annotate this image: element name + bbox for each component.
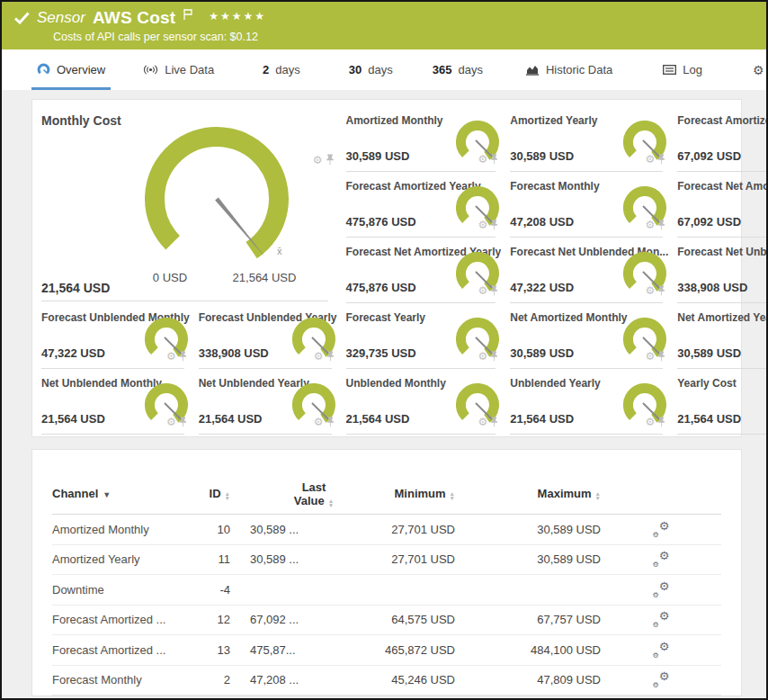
gear-icon[interactable]: ⚙ (646, 417, 656, 427)
gauge-cell-unblended-monthly[interactable]: Unblended Monthly 21,564 USD ⚙ (346, 372, 502, 437)
pin-icon[interactable] (179, 417, 187, 427)
table-row-forecast-monthly[interactable]: Forecast Monthly 2 47,208 ... 45,246 USD… (52, 666, 721, 696)
flag-icon[interactable] (183, 9, 192, 20)
table-row-amortized-monthly[interactable]: Amortized Monthly 10 30,589 ... 27,701 U… (52, 515, 721, 545)
gear-icon[interactable]: ⚙ (166, 351, 176, 362)
gauge-cell-forecast-net-amortized-yearly[interactable]: Forecast Net Amortized Yearly 475,876 US… (346, 240, 502, 306)
pin-icon[interactable] (326, 417, 335, 427)
gear-icon[interactable]: ⚙ (478, 417, 488, 427)
gauge-cell-forecast-monthly[interactable]: Forecast Monthly 47,208 USD ⚙ (510, 175, 668, 240)
table-row-forecast-amortized-monthly[interactable]: Forecast Amortized ... 12 67,092 ... 64,… (52, 606, 721, 636)
gauge-cell-net-unblended-yearly[interactable]: Net Unblended Yearly 21,564 USD ⚙ (199, 372, 337, 437)
channel-settings-icon[interactable]: ⚙⚙ (653, 582, 670, 597)
channel-name[interactable]: Forecast Amortized ... (52, 613, 203, 626)
tab-label: Historic Data (546, 63, 612, 76)
channel-name[interactable]: Forecast Monthly (52, 673, 203, 687)
sort-icon: ▲▼ (595, 491, 601, 500)
priority-stars[interactable]: ★★★★★ (209, 10, 266, 22)
gear-icon[interactable]: ⚙ (478, 351, 488, 362)
last-value: 475,87... (230, 643, 365, 657)
channel-name[interactable]: Amortized Monthly (52, 523, 203, 536)
table-row-forecast-amortized-yearly[interactable]: Forecast Amortized ... 13 475,87... 465,… (52, 635, 721, 666)
gear-icon[interactable]: ⚙ (646, 154, 656, 165)
pin-icon[interactable] (657, 417, 665, 427)
gauge-value: 21,564 USD (199, 412, 263, 426)
gauge-cell-amortized-monthly[interactable]: Amortized Monthly 30,589 USD ⚙ (346, 109, 502, 175)
tab-log[interactable]: Log (657, 49, 708, 90)
gear-icon[interactable]: ⚙ (314, 351, 324, 362)
channel-name[interactable]: Forecast Amortized ... (52, 643, 203, 657)
main-gauge-panel[interactable]: Monthly Cost x̄ 0 USD 21,564 USD 21,564 … (41, 109, 337, 306)
gauge-cell-forecast-yearly[interactable]: Forecast Yearly 329,735 USD ⚙ (346, 306, 502, 372)
gauge-cell-forecast-net-unblended-yearly[interactable]: Forecast Net Unblended Yearly 338,908 US… (677, 240, 768, 306)
gauge-cell-forecast-amortized-yearly[interactable]: Forecast Amortized Yearly 475,876 USD ⚙ (346, 175, 502, 240)
gauge-cell-net-unblended-monthly[interactable]: Net Unblended Monthly 21,564 USD ⚙ (41, 372, 190, 437)
maximum-value: 67,757 USD (455, 613, 601, 626)
gauge-channel-label: Net Amortized Yearly (677, 311, 768, 324)
tab-settings[interactable]: ⚙ Settings (747, 49, 768, 90)
table-row-downtime[interactable]: Downtime -4 ⚙⚙ (52, 575, 721, 606)
channel-settings-icon[interactable]: ⚙⚙ (653, 522, 670, 537)
tab-30-days[interactable]: 30 days (344, 49, 398, 90)
gear-icon[interactable]: ⚙ (314, 417, 324, 427)
gear-icon[interactable]: ⚙ (313, 155, 323, 166)
tab-live-data[interactable]: Live Data (138, 49, 219, 90)
gauge-value: 47,322 USD (510, 281, 574, 294)
channel-settings-icon[interactable]: ⚙⚙ (653, 642, 670, 658)
column-header-minimum[interactable]: Minimum▲▼ (365, 487, 455, 500)
tab-historic-data[interactable]: Historic Data (521, 49, 618, 90)
gauge-cell-amortized-yearly[interactable]: Amortized Yearly 30,589 USD ⚙ (510, 109, 668, 175)
gauge-cell-forecast-unblended-monthly[interactable]: Forecast Unblended Monthly 47,322 USD ⚙ (41, 306, 190, 372)
column-header-maximum[interactable]: Maximum▲▼ (455, 487, 601, 500)
divider (346, 237, 496, 238)
gauge-cell-net-amortized-yearly[interactable]: Net Amortized Yearly 30,589 USD ⚙ (677, 306, 768, 372)
tab-2-days[interactable]: 2 days (257, 49, 306, 90)
gauge-value: 475,876 USD (346, 215, 416, 229)
gauge-cell-forecast-unblended-yearly[interactable]: Forecast Unblended Yearly 338,908 USD ⚙ (199, 306, 337, 372)
gear-icon[interactable]: ⚙ (646, 351, 656, 362)
gauge-cell-unblended-yearly[interactable]: Unblended Yearly 21,564 USD ⚙ (510, 372, 668, 437)
pin-icon[interactable] (490, 220, 498, 230)
gauge-cell-net-amortized-monthly[interactable]: Net Amortized Monthly 30,589 USD ⚙ (510, 306, 668, 372)
channel-settings-icon[interactable]: ⚙⚙ (653, 672, 670, 687)
gear-icon[interactable]: ⚙ (646, 220, 656, 230)
pin-icon[interactable] (657, 154, 665, 165)
pin-icon[interactable] (490, 351, 498, 362)
divider (510, 434, 663, 435)
channel-id: 11 (203, 552, 230, 566)
column-header-last-value[interactable]: Last Value▲▼ (230, 480, 365, 507)
sensor-subtitle: Costs of API calls per sensor scan: $0.1… (53, 31, 754, 43)
last-value: 47,208 ... (230, 673, 365, 687)
gauge-value: 67,092 USD (677, 215, 741, 229)
gauge-cell-forecast-net-unblended-monthly[interactable]: Forecast Net Unblended Mon... 47,322 USD… (510, 240, 668, 306)
table-row-amortized-yearly[interactable]: Amortized Yearly 11 30,589 ... 27,701 US… (52, 545, 721, 576)
pin-icon[interactable] (326, 154, 335, 166)
gauge-cell-forecast-amortized-monthly[interactable]: Forecast Amortized Monthly 67,092 USD ⚙ (677, 109, 768, 175)
channel-settings-icon[interactable]: ⚙⚙ (653, 612, 670, 627)
gear-icon[interactable]: ⚙ (646, 285, 656, 296)
pin-icon[interactable] (490, 154, 498, 165)
tab-overview[interactable]: Overview (31, 49, 111, 90)
pin-icon[interactable] (657, 351, 665, 362)
gear-icon[interactable]: ⚙ (166, 417, 176, 427)
pin-icon[interactable] (179, 351, 187, 362)
tab-365-days[interactable]: 365 days (427, 49, 488, 90)
pin-icon[interactable] (657, 285, 665, 296)
channel-settings-icon[interactable]: ⚙⚙ (653, 552, 670, 567)
channel-id: -4 (203, 583, 230, 597)
divider (199, 434, 332, 435)
main-gauge-min: 0 USD (134, 271, 206, 284)
gear-icon[interactable]: ⚙ (478, 220, 488, 230)
pin-icon[interactable] (490, 285, 498, 296)
gear-icon[interactable]: ⚙ (478, 154, 488, 165)
pin-icon[interactable] (490, 417, 498, 427)
channel-name[interactable]: Amortized Yearly (52, 552, 203, 566)
gauge-cell-yearly-cost[interactable]: Yearly Cost 21,564 USD ⚙ (677, 372, 768, 437)
gauge-cell-forecast-net-amortized-monthly[interactable]: Forecast Net Amortized Mont... 67,092 US… (677, 175, 768, 240)
channel-name[interactable]: Downtime (52, 583, 203, 597)
column-header-id[interactable]: ID▲▼ (203, 487, 230, 500)
gear-icon[interactable]: ⚙ (478, 285, 488, 296)
pin-icon[interactable] (326, 351, 335, 362)
pin-icon[interactable] (657, 220, 665, 230)
column-header-channel[interactable]: Channel▼ (52, 487, 203, 500)
